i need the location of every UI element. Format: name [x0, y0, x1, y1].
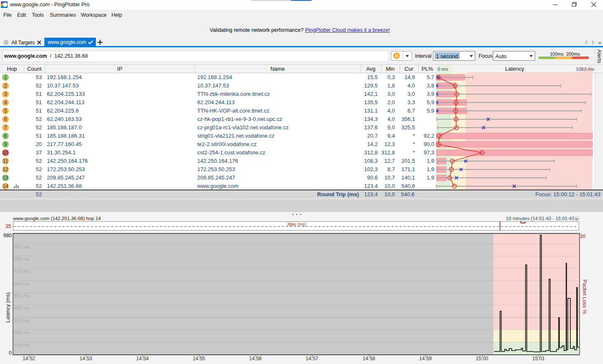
svg-text:500 ms: 500 ms	[14, 293, 30, 298]
svg-text:100 ms: 100 ms	[14, 343, 30, 348]
svg-text:800 ms: 800 ms	[14, 256, 30, 261]
svg-text:Jitter (ms): Jitter (ms)	[287, 222, 307, 227]
svg-text:700 ms: 700 ms	[14, 269, 30, 274]
svg-text:200 ms: 200 ms	[14, 330, 30, 335]
svg-text:900 ms: 900 ms	[14, 244, 30, 249]
svg-text:300 ms: 300 ms	[14, 318, 30, 323]
svg-text:600 ms: 600 ms	[14, 281, 30, 286]
svg-text:400 ms: 400 ms	[14, 305, 30, 310]
